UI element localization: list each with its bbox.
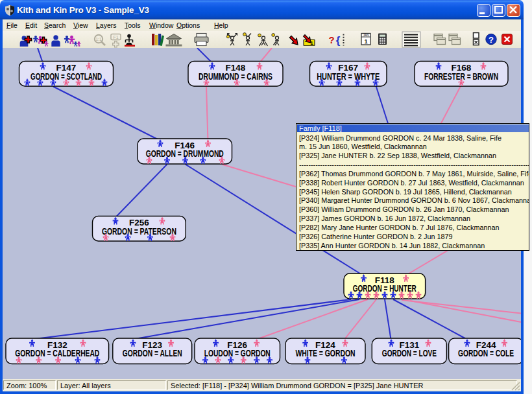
- svg-text:1: 1: [365, 38, 368, 45]
- svg-text:?: ?: [328, 34, 334, 45]
- svg-text:JAN: JAN: [363, 34, 369, 37]
- svg-text:F1: F1: [113, 35, 118, 40]
- svg-text:?: ?: [489, 35, 494, 45]
- svg-text:{: {: [336, 34, 341, 47]
- svg-text:WHITE = GORDON: WHITE = GORDON: [296, 348, 356, 358]
- svg-text:LOUDON = GORDON: LOUDON = GORDON: [204, 348, 271, 358]
- svg-text:DRUMMOND = CAIRNS: DRUMMOND = CAIRNS: [199, 71, 272, 82]
- svg-text:GORDON = ALLEN: GORDON = ALLEN: [123, 348, 182, 358]
- svg-text:1:1: 1:1: [95, 37, 101, 41]
- svg-text:HUNTER = WHYTE: HUNTER = WHYTE: [317, 71, 380, 82]
- svg-text:GORDON = CALDERHEAD: GORDON = CALDERHEAD: [15, 348, 99, 358]
- svg-text:GORDON = PATERSON: GORDON = PATERSON: [102, 226, 176, 237]
- svg-text:GORDON = COLE: GORDON = COLE: [458, 348, 514, 358]
- svg-text:GORDON = LOVE: GORDON = LOVE: [382, 348, 437, 358]
